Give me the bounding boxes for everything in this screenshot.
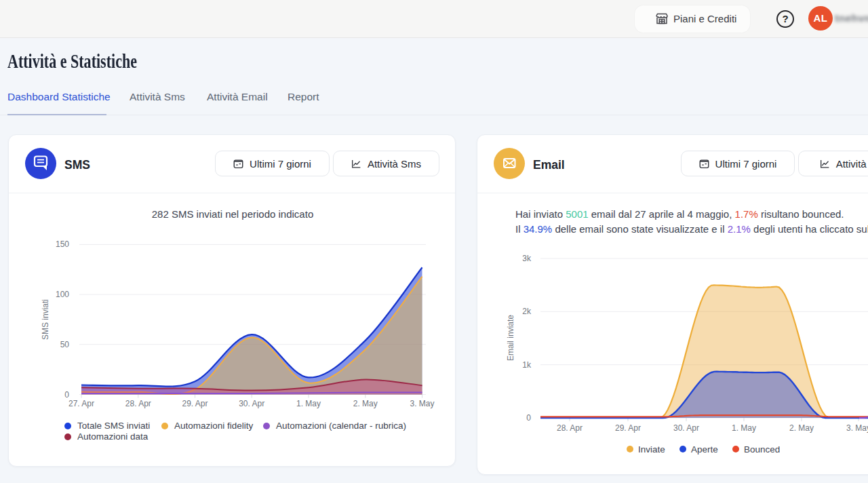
svg-text:1k: 1k	[522, 360, 532, 370]
svg-text:150: 150	[56, 239, 69, 249]
svg-text:3. May: 3. May	[410, 399, 434, 408]
svg-text:1. May: 1. May	[296, 399, 321, 408]
svg-text:SMS inviati: SMS inviati	[41, 299, 50, 340]
svg-text:29. Apr: 29. Apr	[615, 423, 641, 433]
svg-text:3. May: 3. May	[846, 423, 868, 433]
svg-text:Email inviate: Email inviate	[506, 315, 515, 361]
svg-text:2k: 2k	[522, 307, 532, 316]
svg-text:28. Apr: 28. Apr	[557, 423, 583, 433]
svg-text:0: 0	[526, 413, 531, 423]
svg-text:1. May: 1. May	[732, 423, 756, 433]
svg-text:30. Apr: 30. Apr	[673, 423, 699, 433]
svg-text:28. Apr: 28. Apr	[125, 399, 151, 408]
svg-text:3k: 3k	[522, 254, 532, 263]
svg-text:100: 100	[56, 290, 69, 299]
svg-text:30. Apr: 30. Apr	[239, 399, 264, 408]
svg-text:2. May: 2. May	[789, 423, 814, 433]
svg-text:2. May: 2. May	[353, 399, 378, 408]
svg-text:27. Apr: 27. Apr	[68, 399, 94, 408]
svg-text:50: 50	[60, 340, 70, 349]
svg-text:0: 0	[64, 390, 69, 400]
svg-text:29. Apr: 29. Apr	[182, 399, 208, 408]
